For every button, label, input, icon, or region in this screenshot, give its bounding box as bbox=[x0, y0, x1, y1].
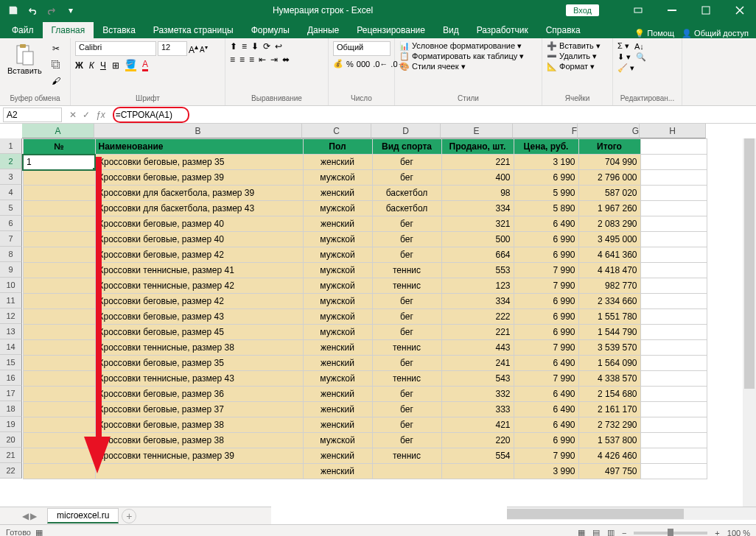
cell[interactable]: 6 990 bbox=[514, 309, 578, 325]
cell[interactable]: 982 770 bbox=[578, 278, 640, 294]
tab-help[interactable]: Справка bbox=[537, 22, 589, 38]
row-header[interactable]: 9 bbox=[0, 262, 22, 278]
cell[interactable]: 6 990 bbox=[514, 294, 578, 309]
cell[interactable]: бег bbox=[372, 294, 441, 309]
cell[interactable]: 421 bbox=[441, 417, 514, 433]
tab-home[interactable]: Главная bbox=[43, 22, 94, 38]
cell[interactable]: бег bbox=[372, 417, 441, 433]
increase-indent-icon[interactable]: ⇥ bbox=[270, 54, 278, 65]
cell[interactable]: 5 990 bbox=[514, 186, 578, 201]
cell[interactable]: 587 020 bbox=[578, 186, 640, 201]
cell[interactable]: 98 bbox=[441, 186, 514, 201]
col-header-B[interactable]: B bbox=[94, 124, 302, 138]
cell[interactable]: 332 bbox=[441, 387, 514, 402]
cell[interactable]: бег bbox=[372, 247, 441, 263]
clear-icon[interactable]: 🧹 ▾ bbox=[617, 63, 634, 73]
close-icon[interactable] bbox=[723, 0, 756, 21]
cell[interactable]: Кроссовки теннисные, размер 39 bbox=[95, 448, 303, 464]
decrease-indent-icon[interactable]: ⇤ bbox=[259, 54, 266, 65]
horizontal-scrollbar[interactable] bbox=[507, 507, 756, 520]
cell[interactable]: 1 564 090 bbox=[578, 356, 640, 371]
cell[interactable]: теннис bbox=[372, 263, 441, 278]
cell[interactable]: женский bbox=[303, 216, 372, 232]
cell[interactable] bbox=[23, 325, 95, 340]
tab-developer[interactable]: Разработчик bbox=[468, 22, 537, 38]
cell[interactable] bbox=[23, 201, 95, 216]
prev-sheet-icon[interactable]: ◀ bbox=[22, 511, 29, 521]
cell[interactable]: 4 426 460 bbox=[578, 448, 640, 464]
cell[interactable]: женский bbox=[303, 155, 372, 170]
row-header[interactable]: 19 bbox=[0, 417, 22, 432]
cell[interactable]: Кроссовки теннисные, размер 38 bbox=[95, 340, 303, 356]
cell[interactable]: 334 bbox=[441, 201, 514, 216]
cell[interactable] bbox=[23, 263, 95, 278]
cell[interactable]: 704 990 bbox=[578, 155, 640, 170]
zoom-slider[interactable] bbox=[634, 532, 707, 535]
tab-review[interactable]: Рецензирование bbox=[348, 22, 434, 38]
cell[interactable]: женский bbox=[303, 417, 372, 433]
cell[interactable]: мужской bbox=[303, 278, 372, 294]
align-middle-icon[interactable]: ≡ bbox=[242, 41, 247, 52]
cell[interactable]: женский bbox=[303, 186, 372, 201]
font-color-icon[interactable]: A bbox=[142, 59, 148, 71]
tab-formulas[interactable]: Формулы bbox=[242, 22, 298, 38]
cell[interactable]: Кроссовки теннисные, размер 42 bbox=[95, 278, 303, 294]
cell[interactable]: 221 bbox=[441, 155, 514, 170]
normal-view-icon[interactable]: ▦ bbox=[578, 528, 585, 536]
cell[interactable] bbox=[640, 201, 707, 216]
cell[interactable]: бег bbox=[372, 356, 441, 371]
cell[interactable]: 4 641 360 bbox=[578, 247, 640, 263]
cell[interactable] bbox=[640, 371, 707, 387]
insert-function-icon[interactable]: ƒx bbox=[96, 110, 105, 120]
share-button[interactable]: 👤 Общий доступ bbox=[682, 29, 749, 38]
cell[interactable] bbox=[23, 232, 95, 247]
format-as-table-button[interactable]: 📋 Форматировать как таблицу ▾ bbox=[399, 52, 524, 61]
cell[interactable] bbox=[640, 155, 707, 170]
cell[interactable] bbox=[23, 216, 95, 232]
worksheet-area[interactable]: A B C D E F G H 123456789101112131415161… bbox=[0, 124, 756, 507]
cell[interactable]: Кроссовки беговые, размер 38 bbox=[95, 433, 303, 448]
cell[interactable]: 123 bbox=[441, 278, 514, 294]
cell[interactable]: теннис bbox=[372, 448, 441, 464]
sort-filter-icon[interactable]: A↓ bbox=[634, 42, 644, 51]
cell[interactable]: 7 990 bbox=[514, 448, 578, 464]
col-header-G[interactable]: G bbox=[578, 124, 640, 138]
cell[interactable]: 333 bbox=[441, 402, 514, 417]
cell[interactable]: 443 bbox=[441, 340, 514, 356]
accounting-icon[interactable]: 💰 bbox=[333, 59, 343, 68]
cell[interactable]: 6 990 bbox=[514, 170, 578, 186]
cell[interactable]: 7 990 bbox=[514, 263, 578, 278]
cell[interactable]: бег bbox=[372, 325, 441, 340]
row-header[interactable]: 14 bbox=[0, 339, 22, 355]
zoom-in-icon[interactable]: + bbox=[715, 529, 719, 537]
align-right-icon[interactable]: ≡ bbox=[249, 54, 254, 65]
cell[interactable]: 500 bbox=[441, 232, 514, 247]
next-sheet-icon[interactable]: ▶ bbox=[30, 511, 37, 521]
cell[interactable]: 222 bbox=[441, 309, 514, 325]
fill-color-icon[interactable]: 🪣 bbox=[125, 59, 136, 71]
cell[interactable]: бег bbox=[372, 216, 441, 232]
cell[interactable]: 6 490 bbox=[514, 387, 578, 402]
page-break-view-icon[interactable]: ▥ bbox=[607, 528, 615, 536]
row-header[interactable]: 15 bbox=[0, 355, 22, 370]
cell[interactable]: мужской bbox=[303, 325, 372, 340]
row-header[interactable]: 13 bbox=[0, 324, 22, 339]
cell[interactable]: 4 338 570 bbox=[578, 371, 640, 387]
cut-icon[interactable]: ✂ bbox=[48, 41, 64, 56]
cell[interactable]: 2 083 290 bbox=[578, 216, 640, 232]
row-header[interactable]: 12 bbox=[0, 308, 22, 324]
cell[interactable] bbox=[640, 232, 707, 247]
cell[interactable] bbox=[640, 387, 707, 402]
zoom-level[interactable]: 100 % bbox=[727, 529, 750, 537]
comma-icon[interactable]: 000 bbox=[357, 60, 370, 68]
cell[interactable] bbox=[640, 417, 707, 433]
cell[interactable]: 1 551 780 bbox=[578, 309, 640, 325]
add-sheet-icon[interactable]: + bbox=[122, 509, 136, 523]
cell[interactable]: 1 544 790 bbox=[578, 325, 640, 340]
row-header[interactable]: 5 bbox=[0, 200, 22, 216]
cell[interactable] bbox=[23, 417, 95, 433]
cell[interactable]: Кроссовки беговые, размер 39 bbox=[95, 170, 303, 186]
find-icon[interactable]: 🔍 bbox=[636, 52, 646, 62]
align-bottom-icon[interactable]: ⬇ bbox=[251, 41, 259, 52]
cell[interactable]: бег bbox=[372, 433, 441, 448]
